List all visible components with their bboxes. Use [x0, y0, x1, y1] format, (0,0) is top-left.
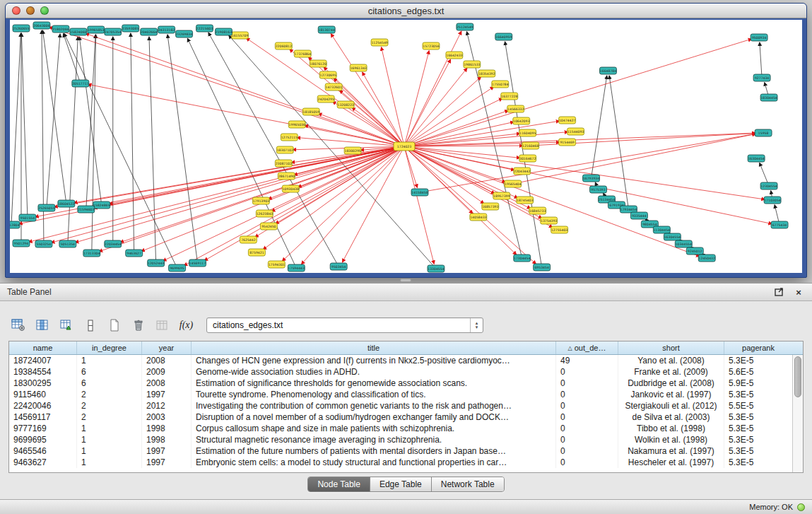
graph-node[interactable]: 13304554 — [428, 265, 445, 272]
graph-node[interactable]: 16648784 — [600, 67, 617, 74]
table-row[interactable]: 1456911722003Disruption of a novel membe… — [9, 411, 792, 423]
graph-node[interactable]: 15723056 — [423, 42, 440, 49]
graph-node[interactable]: 17376864 — [294, 50, 311, 57]
graph-node[interactable]: 10344554 — [675, 240, 692, 247]
graph-node[interactable]: 14158458 — [411, 189, 428, 196]
graph-node[interactable]: 16304554 — [664, 233, 681, 240]
graph-node[interactable]: 6953454 — [534, 264, 551, 271]
graph-node[interactable]: 9699695 — [169, 264, 186, 271]
graph-node[interactable]: 18300295 — [344, 147, 361, 154]
graph-node[interactable]: 11544093 — [567, 128, 584, 135]
graph-node[interactable]: 17550784 — [492, 81, 509, 88]
graph-node[interactable]: 14569117 — [189, 259, 206, 267]
graph-node[interactable]: 11254549 — [371, 39, 388, 46]
table-settings-icon[interactable] — [8, 317, 28, 334]
graph-node[interactable]: 12052443 — [148, 259, 165, 267]
graph-node[interactable]: 22043442 — [514, 168, 531, 175]
new-file-icon[interactable] — [105, 317, 124, 334]
graph-node[interactable]: 13208223 — [337, 101, 354, 108]
graph-node[interactable]: 18185059 — [302, 108, 319, 115]
graph-node[interactable]: 5051354 — [59, 240, 76, 247]
graph-node[interactable]: 18304454 — [760, 94, 777, 101]
graph-node[interactable]: 19965853 — [88, 26, 105, 33]
tab-node-table[interactable]: Node Table — [308, 477, 370, 491]
graph-node[interactable]: 5503254 — [35, 240, 52, 247]
graph-node[interactable]: 19565404 — [505, 180, 522, 187]
graph-node[interactable]: 12730695 — [319, 71, 336, 78]
close-panel-icon[interactable]: × — [792, 286, 805, 298]
graph-node[interactable]: 20643006 — [33, 22, 50, 29]
table-row[interactable]: 1830029562008Estimation of significance … — [9, 378, 792, 389]
column-header-year[interactable]: year — [142, 341, 192, 354]
graph-node[interactable]: 6775434 — [771, 221, 788, 228]
graph-node[interactable]: 24705354 — [105, 28, 122, 35]
graph-node[interactable]: 16793934 — [583, 175, 600, 182]
graph-node[interactable]: 25260655 — [13, 25, 30, 32]
table-row[interactable]: 1938455462009Genome-wide association stu… — [9, 366, 792, 378]
graph-node[interactable]: 21802066 — [52, 25, 69, 33]
table-row[interactable]: 946362711997Embryonic stem cells: a mode… — [9, 457, 792, 468]
graph-node[interactable]: 9501294 — [13, 240, 30, 247]
graph-node[interactable]: 9501554 — [19, 214, 36, 221]
graph-node[interactable]: 24313182 — [158, 26, 175, 33]
graph-node[interactable]: 30164672 — [519, 155, 536, 162]
graph-node[interactable]: 12304554 — [760, 182, 777, 189]
graph-node[interactable]: 18130744 — [318, 26, 335, 33]
graph-node[interactable]: 7625442 — [240, 236, 257, 243]
delete-icon[interactable] — [129, 317, 148, 334]
graph-node[interactable]: 24204295 — [317, 95, 334, 103]
graph-node[interactable]: 9503454 — [330, 263, 347, 270]
column-header-short[interactable]: short — [618, 341, 724, 354]
graph-node[interactable]: 16961343 — [350, 64, 367, 71]
graph-node[interactable]: 18745403 — [517, 197, 534, 204]
graph-node[interactable]: 28671490 — [278, 173, 295, 180]
column-header-out_degree[interactable]: △out_de… — [556, 341, 618, 354]
graph-node[interactable]: 11304454 — [653, 226, 670, 233]
table-row[interactable]: 2242004622012Investigating the contribut… — [9, 400, 792, 411]
graph-node[interactable]: 12160468 — [522, 142, 539, 149]
close-window-button[interactable] — [12, 6, 20, 15]
graph-node[interactable]: 10474427 — [559, 117, 576, 124]
graph-node[interactable]: 17594301 — [268, 261, 285, 268]
graph-node[interactable]: 11312804 — [10, 221, 20, 228]
graph-node[interactable]: 18307102 — [276, 146, 293, 153]
graph-node[interactable]: 23269834 — [176, 30, 193, 37]
graph-node[interactable]: 8759421 — [248, 249, 265, 256]
graph-node[interactable]: 16857393 — [482, 203, 499, 210]
graph-node[interactable]: 18354392 — [478, 70, 495, 77]
graph-node[interactable]: 25124549 — [457, 23, 473, 30]
graph-node[interactable]: 23087102 — [275, 160, 292, 167]
graph-node[interactable]: 9277434 — [753, 74, 770, 81]
function-icon[interactable]: f(x) — [177, 317, 196, 334]
tab-network-table[interactable]: Network Table — [432, 477, 504, 491]
column-header-pagerank[interactable]: pagerank — [724, 341, 792, 354]
graph-node[interactable]: 22215603 — [196, 25, 213, 32]
graph-node[interactable]: 17594443 — [288, 264, 305, 271]
graph-node[interactable]: 9463627 — [126, 250, 143, 257]
graph-node[interactable]: 14566332 — [507, 105, 524, 112]
graph-node[interactable]: 15958 — [755, 129, 772, 136]
graph-node[interactable]: 12623843 — [256, 210, 273, 217]
table-select-combobox[interactable]: citations_edges.txt ▲▼ — [206, 317, 483, 333]
table-row[interactable]: 1872400712008Changes of HCN gene express… — [9, 355, 792, 366]
graph-node[interactable]: 16845733 — [529, 207, 546, 214]
table-row[interactable]: 977716911998Corpus callosum shape and si… — [9, 423, 792, 434]
graph-node[interactable]: 21594603 — [78, 206, 95, 213]
graph-node[interactable]: 25265055 — [38, 204, 55, 211]
graph-node[interactable]: 18604522 — [58, 200, 75, 207]
graph-node[interactable]: 9335444 — [630, 212, 647, 219]
graph-node[interactable]: 18957399 — [493, 192, 510, 199]
graph-node[interactable]: 9500934 — [751, 34, 767, 41]
graph-node[interactable]: 12752115 — [281, 134, 298, 141]
graph-node[interactable]: 9542450 — [260, 223, 277, 230]
window-titlebar[interactable]: citations_edges.txt — [6, 4, 806, 18]
graph-node[interactable]: 16640959 — [495, 33, 512, 40]
graph-node[interactable]: 9154469 — [559, 139, 576, 146]
graph-node[interactable]: 10930438 — [282, 185, 299, 192]
graph-node[interactable]: 16304454 — [748, 155, 765, 162]
network-canvas[interactable]: 1724023161557092206081217376864180761201… — [10, 20, 802, 273]
graph-node[interactable]: 21908163 — [215, 28, 232, 35]
graph-node[interactable]: 12755403 — [551, 226, 568, 233]
graph-node[interactable]: 11604095 — [519, 129, 536, 136]
row-tools-icon[interactable] — [81, 317, 100, 334]
